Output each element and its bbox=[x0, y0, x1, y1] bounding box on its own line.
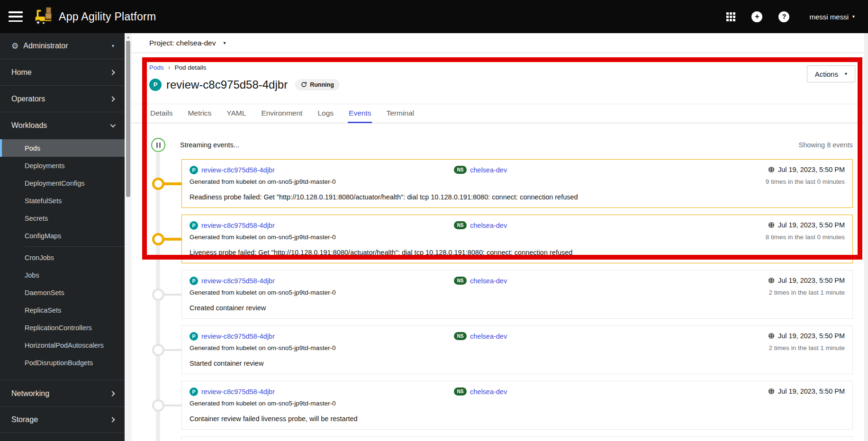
workloads-subnav: Pods Deployments DeploymentConfigs State… bbox=[0, 138, 125, 380]
project-selector[interactable]: Project: chelsea-dev ▾ bbox=[149, 39, 226, 47]
app-root: App Agility Platform + ? messi messi ▾ ⚙… bbox=[0, 0, 868, 441]
namespace-link-label: chelsea-dev bbox=[470, 166, 507, 174]
pod-link[interactable]: P review-c8c975d58-4djbr bbox=[190, 332, 454, 341]
sidebar-top-sections: Home Operators bbox=[0, 59, 125, 112]
pod-resource-icon: P bbox=[190, 166, 198, 174]
event-source: Generated from kubelet on om-sno5-jp9td-… bbox=[190, 178, 454, 185]
add-plus-circle-icon[interactable]: + bbox=[751, 11, 762, 22]
sidebar-item-workloads[interactable]: Workloads bbox=[0, 112, 125, 138]
scrollbar-thumb[interactable] bbox=[126, 41, 130, 197]
event-source: Generated from kubelet on om-sno5-jp9td-… bbox=[190, 344, 454, 351]
tab-label: Terminal bbox=[386, 109, 414, 117]
event-timestamp-label: Jul 19, 2023, 5:50 PM bbox=[778, 277, 845, 284]
user-menu[interactable]: messi messi ▾ bbox=[809, 13, 855, 21]
actions-button[interactable]: Actions ▾ bbox=[807, 65, 855, 82]
event-message: Liveness probe failed: Get "http://10.12… bbox=[190, 249, 845, 256]
app-title: App Agility Platform bbox=[59, 10, 156, 23]
sidebar-item[interactable]: CronJobs bbox=[0, 249, 125, 266]
actions-label: Actions bbox=[815, 70, 838, 78]
streaming-status: Streaming events... bbox=[180, 141, 239, 149]
pod-link[interactable]: P review-c8c975d58-4djbr bbox=[190, 166, 454, 174]
sidebar-item[interactable]: Deployments bbox=[0, 157, 125, 174]
namespace-link[interactable]: NS chelsea-dev bbox=[454, 277, 726, 285]
event-timestamp: Jul 19, 2023, 5:50 PM bbox=[768, 166, 845, 173]
tab-label: Events bbox=[349, 109, 371, 117]
event-card: P review-c8c975d58-4djbr Generated from … bbox=[181, 215, 853, 263]
tab[interactable]: Terminal bbox=[385, 104, 415, 123]
window-scrollbar[interactable] bbox=[864, 33, 868, 441]
tab[interactable]: Logs bbox=[316, 104, 335, 123]
sidebar-item[interactable]: StatefulSets bbox=[0, 192, 125, 209]
chevron-down-icon bbox=[110, 122, 116, 127]
chevron-down-icon: ▾ bbox=[223, 41, 226, 45]
sidebar-item[interactable]: Pods bbox=[0, 139, 125, 157]
sidebar-scrollbar[interactable]: ▲ bbox=[125, 33, 132, 441]
tab[interactable]: YAML bbox=[226, 104, 247, 123]
timeline-node-icon bbox=[152, 399, 164, 412]
perspective-switcher[interactable]: ⚙ Administrator ▾ bbox=[0, 33, 125, 59]
pod-link[interactable]: P review-c8c975d58-4djbr bbox=[190, 277, 454, 285]
help-icon[interactable]: ? bbox=[778, 11, 789, 22]
pod-link-label: review-c8c975d58-4djbr bbox=[201, 388, 275, 396]
sidebar-item-label: Pods bbox=[25, 144, 40, 152]
nav-toggle-hamburger-icon[interactable] bbox=[9, 11, 23, 22]
event-timestamp: Jul 19, 2023, 5:50 PM bbox=[768, 387, 845, 395]
sidebar-item-label: Deployments bbox=[25, 162, 65, 170]
sidebar-bottom-sections: Networking Storage bbox=[0, 380, 125, 433]
globe-icon bbox=[768, 333, 775, 339]
sidebar-item-label: PodDisruptionBudgets bbox=[25, 359, 93, 367]
timeline-node-icon bbox=[152, 288, 164, 301]
event-row: P review-c8c975d58-4djbr Generated from … bbox=[149, 270, 853, 319]
tab[interactable]: Events bbox=[348, 104, 372, 123]
breadcrumb-pods-link[interactable]: Pods bbox=[149, 64, 164, 71]
namespace-link[interactable]: NS chelsea-dev bbox=[454, 166, 726, 174]
namespace-link[interactable]: NS chelsea-dev bbox=[454, 221, 726, 229]
sidebar-section[interactable]: Networking bbox=[0, 380, 125, 406]
pod-link[interactable]: P review-c8c975d58-4djbr bbox=[190, 387, 454, 396]
sidebar-item[interactable]: Secrets bbox=[0, 209, 125, 227]
event-message: Started container review bbox=[190, 360, 845, 367]
sidebar-item[interactable]: ReplicationControllers bbox=[0, 319, 125, 336]
sidebar-item[interactable]: PodDisruptionBudgets bbox=[0, 354, 125, 371]
tab-label: Logs bbox=[317, 109, 334, 117]
sidebar-item[interactable]: DaemonSets bbox=[0, 284, 125, 301]
event-source: Generated from kubelet on om-sno5-jp9td-… bbox=[190, 400, 454, 407]
sidebar-item[interactable]: Jobs bbox=[0, 266, 125, 284]
tab-bar: Details Metrics YAML Environment Logs Ev… bbox=[132, 104, 868, 123]
sidebar-section-label: Home bbox=[11, 68, 32, 77]
app-launcher-grid-icon[interactable] bbox=[726, 12, 735, 21]
event-message: Created container review bbox=[190, 304, 845, 312]
sidebar-item[interactable]: ReplicaSets bbox=[0, 301, 125, 319]
sidebar-item[interactable]: ConfigMaps bbox=[0, 227, 125, 244]
pod-title-row: P review-c8c975d58-4djbr Running bbox=[149, 77, 853, 92]
project-bar: Project: chelsea-dev ▾ bbox=[132, 33, 868, 53]
breadcrumb-separator-icon: › bbox=[168, 63, 171, 71]
sidebar-section[interactable]: Operators bbox=[0, 85, 125, 112]
sidebar-section[interactable]: Home bbox=[0, 59, 125, 85]
pod-link[interactable]: P review-c8c975d58-4djbr bbox=[190, 221, 454, 230]
tab-label: Details bbox=[150, 109, 172, 117]
pod-resource-icon: P bbox=[190, 277, 198, 285]
tab[interactable]: Environment bbox=[260, 104, 303, 123]
sidebar-section[interactable]: Storage bbox=[0, 406, 125, 433]
tab[interactable]: Details bbox=[149, 104, 173, 123]
scrollbar-up-arrow-icon[interactable]: ▲ bbox=[125, 33, 132, 39]
pause-stream-button[interactable] bbox=[151, 138, 165, 152]
event-count: 2 times in the last 1 minute bbox=[726, 344, 845, 351]
perspective-label: Administrator bbox=[23, 42, 68, 50]
namespace-link[interactable]: NS chelsea-dev bbox=[454, 332, 726, 340]
tab[interactable]: Metrics bbox=[187, 104, 212, 123]
namespace-resource-icon: NS bbox=[454, 387, 467, 396]
forklift-logo-icon bbox=[33, 7, 54, 27]
namespace-link[interactable]: NS chelsea-dev bbox=[454, 387, 726, 396]
event-card: P review-c8c975d58-4djbr Generated from … bbox=[181, 325, 853, 374]
page-title: review-c8c975d58-4djbr bbox=[166, 78, 288, 91]
event-count: 9 times in the last 0 minutes bbox=[726, 178, 845, 185]
tab-label: Environment bbox=[261, 109, 302, 117]
sidebar-item[interactable]: HorizontalPodAutoscalers bbox=[0, 336, 125, 354]
sync-icon bbox=[301, 81, 307, 88]
tab-label: YAML bbox=[226, 109, 246, 117]
chevron-down-icon: ▾ bbox=[845, 72, 847, 76]
tab-label: Metrics bbox=[188, 109, 211, 117]
sidebar-item[interactable]: DeploymentConfigs bbox=[0, 174, 125, 192]
